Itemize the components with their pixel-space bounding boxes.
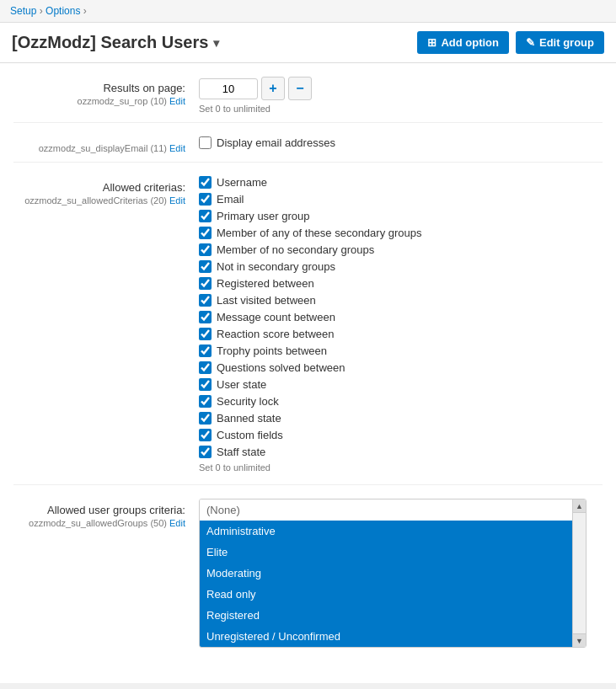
user-group-option[interactable]: Administrative xyxy=(200,521,572,542)
breadcrumb: Setup › Options › xyxy=(0,0,616,23)
criteria-item: Custom fields xyxy=(199,429,603,441)
criteria-label[interactable]: Username xyxy=(217,176,267,189)
breadcrumb-options[interactable]: Options xyxy=(46,5,80,17)
criteria-label[interactable]: Email xyxy=(217,193,244,206)
criteria-item: Email xyxy=(199,193,603,206)
add-option-button[interactable]: ⊞ Add option xyxy=(417,31,509,54)
criteria-label[interactable]: Message count between xyxy=(217,311,335,323)
user-group-option[interactable]: Read only xyxy=(200,584,572,605)
title-dropdown-arrow[interactable]: ▾ xyxy=(213,36,219,50)
criteria-checkbox[interactable] xyxy=(199,311,212,323)
breadcrumb-sep1: › xyxy=(40,5,46,17)
criteria-label[interactable]: Custom fields xyxy=(217,429,283,441)
number-input-row: + − xyxy=(199,77,603,100)
user-groups-edit-link[interactable]: Edit xyxy=(169,518,185,528)
criteria-item: Primary user group xyxy=(199,210,603,222)
page-title: [OzzModz] Search Users ▾ xyxy=(12,33,219,52)
criteria-label[interactable]: User state xyxy=(217,378,266,391)
criteria-label[interactable]: Registered between xyxy=(217,277,314,290)
criteria-label[interactable]: Security lock xyxy=(217,395,279,408)
criteria-checkbox[interactable] xyxy=(199,294,212,307)
results-label-col: Results on page: ozzmodz_su_rop (10) Edi… xyxy=(13,77,199,106)
user-group-option[interactable]: Registered xyxy=(200,605,572,626)
criterias-sublabel: ozzmodz_su_allowedCriterias (20) Edit xyxy=(13,195,185,206)
results-on-page-row: Results on page: ozzmodz_su_rop (10) Edi… xyxy=(13,77,603,123)
page-title-text: [OzzModz] Search Users xyxy=(12,33,208,52)
add-option-icon: ⊞ xyxy=(427,36,437,49)
criteria-label[interactable]: Reaction score between xyxy=(217,328,334,340)
criteria-checkbox[interactable] xyxy=(199,446,212,458)
criteria-label[interactable]: Banned state xyxy=(217,412,281,425)
results-input[interactable] xyxy=(199,78,258,99)
display-email-row: ozzmodz_su_displayEmail (11) Edit Displa… xyxy=(13,136,603,163)
criterias-sub-text: ozzmodz_su_allowedCriterias (20) xyxy=(24,195,167,206)
criteria-label[interactable]: Staff state xyxy=(217,446,265,458)
criteria-checkbox[interactable] xyxy=(199,243,212,256)
criteria-label[interactable]: Not in secondary groups xyxy=(217,260,335,273)
criteria-label[interactable]: Primary user group xyxy=(217,210,310,222)
criteria-item: Security lock xyxy=(199,395,603,408)
criteria-item: Questions solved between xyxy=(199,361,603,374)
criteria-checkbox[interactable] xyxy=(199,378,212,391)
user-groups-sub-text: ozzmodz_su_allowedGroups (50) xyxy=(29,518,167,528)
criteria-label[interactable]: Member of any of these secondary groups xyxy=(217,227,422,239)
display-email-control-col: Display email addresses xyxy=(199,136,603,153)
criterias-hint: Set 0 to unlimited xyxy=(199,462,603,473)
criteria-checkbox[interactable] xyxy=(199,328,212,340)
criteria-item: Message count between xyxy=(199,311,603,323)
criteria-item: Member of any of these secondary groups xyxy=(199,227,603,239)
criteria-checkbox[interactable] xyxy=(199,395,212,408)
display-email-label-col: ozzmodz_su_displayEmail (11) Edit xyxy=(13,136,199,153)
criteria-item: Registered between xyxy=(199,277,603,290)
criteria-label[interactable]: Questions solved between xyxy=(217,361,345,374)
display-email-edit-link[interactable]: Edit xyxy=(169,143,185,153)
criteria-item: Not in secondary groups xyxy=(199,260,603,273)
results-edit-link[interactable]: Edit xyxy=(169,96,185,106)
user-groups-select[interactable]: (None)AdministrativeEliteModeratingRead … xyxy=(199,499,587,648)
breadcrumb-sep2: › xyxy=(83,5,87,17)
breadcrumb-setup[interactable]: Setup xyxy=(10,5,36,17)
criteria-label[interactable]: Trophy points between xyxy=(217,344,327,357)
results-sub-text: ozzmodz_su_rop (10) xyxy=(78,96,167,106)
allowed-criterias-row: Allowed criterias: ozzmodz_su_allowedCri… xyxy=(13,176,603,485)
increment-button[interactable]: + xyxy=(261,77,285,100)
scrollbar-down-arrow[interactable]: ▼ xyxy=(573,633,587,647)
criteria-checkbox[interactable] xyxy=(199,193,212,206)
main-content: Results on page: ozzmodz_su_rop (10) Edi… xyxy=(0,63,616,683)
user-group-option[interactable]: (None) xyxy=(200,499,572,521)
criteria-checkbox[interactable] xyxy=(199,344,212,357)
results-label: Results on page: xyxy=(13,82,185,94)
criteria-checkbox[interactable] xyxy=(199,260,212,273)
criteria-item: User state xyxy=(199,378,603,391)
display-email-checkbox[interactable] xyxy=(199,136,212,149)
criteria-item: Last visited between xyxy=(199,294,603,307)
criterias-edit-link[interactable]: Edit xyxy=(169,195,185,206)
edit-group-icon: ✎ xyxy=(526,36,535,49)
edit-group-label: Edit group xyxy=(539,36,594,49)
display-email-label[interactable]: Display email addresses xyxy=(217,136,335,149)
user-groups-sublabel: ozzmodz_su_allowedGroups (50) Edit xyxy=(13,518,185,528)
criteria-checkbox[interactable] xyxy=(199,412,212,425)
user-groups-label: Allowed user groups criteria: xyxy=(13,504,185,516)
criteria-item: Staff state xyxy=(199,446,603,458)
criteria-checkbox[interactable] xyxy=(199,210,212,222)
user-groups-label-col: Allowed user groups criteria: ozzmodz_su… xyxy=(13,499,199,528)
criteria-checkbox[interactable] xyxy=(199,277,212,290)
user-group-option[interactable]: Elite xyxy=(200,542,572,563)
user-group-option[interactable]: Moderating xyxy=(200,563,572,584)
criterias-label: Allowed criterias: xyxy=(13,181,185,194)
criteria-item: Trophy points between xyxy=(199,344,603,357)
criteria-checkbox[interactable] xyxy=(199,227,212,239)
decrement-button[interactable]: − xyxy=(288,77,312,100)
criteria-checkbox[interactable] xyxy=(199,176,212,189)
user-group-option[interactable]: Unregistered / Unconfirmed xyxy=(200,626,572,647)
criteria-checkbox[interactable] xyxy=(199,361,212,374)
results-control-col: + − Set 0 to unlimited xyxy=(199,77,603,114)
criteria-label[interactable]: Last visited between xyxy=(217,294,316,307)
user-groups-control-col: (None)AdministrativeEliteModeratingRead … xyxy=(199,499,603,648)
criteria-checkbox[interactable] xyxy=(199,429,212,441)
criteria-label[interactable]: Member of no secondary groups xyxy=(217,243,374,256)
edit-group-button[interactable]: ✎ Edit group xyxy=(516,31,604,54)
scrollbar-up-arrow[interactable]: ▲ xyxy=(573,499,587,513)
display-email-checkbox-item: Display email addresses xyxy=(199,136,603,149)
